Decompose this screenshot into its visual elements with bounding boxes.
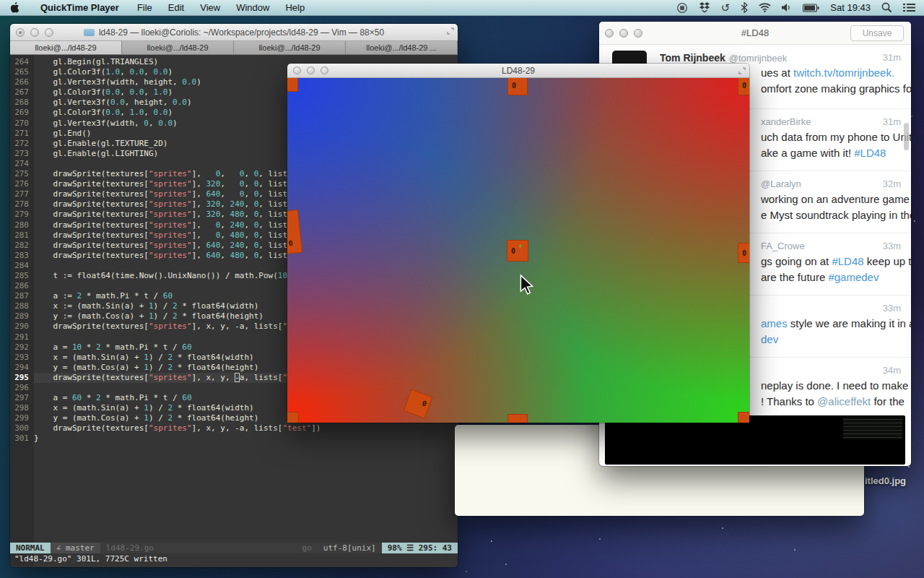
- battery-icon[interactable]: [803, 4, 819, 12]
- tweet-author-handle[interactable]: @tomrijnbeek: [729, 53, 787, 64]
- tweet-link[interactable]: ames: [761, 317, 788, 329]
- sprite-label: 0: [288, 239, 293, 248]
- line-number: 267: [10, 87, 34, 98]
- tweet-timestamp: 34m: [883, 365, 901, 376]
- line-number: 275: [10, 169, 34, 179]
- line-number: 268: [10, 98, 34, 108]
- vim-mode-indicator: NORMAL: [10, 543, 51, 553]
- tweet-media-image[interactable]: [605, 415, 905, 465]
- line-number: 264: [10, 57, 34, 67]
- volume-icon[interactable]: [782, 3, 792, 12]
- spotlight-icon[interactable]: [881, 2, 892, 13]
- resize-icon[interactable]: [738, 67, 746, 74]
- mention-link[interactable]: @aliceffekt: [817, 395, 871, 407]
- wifi-icon[interactable]: [759, 3, 771, 12]
- sprite-label: 0: [742, 82, 746, 90]
- close-button[interactable]: [293, 66, 301, 74]
- line-number: 283: [10, 251, 34, 261]
- tweet-link[interactable]: twitch.tv/tomrijnbeek.: [793, 66, 894, 79]
- sprite-cross-marker: +: [518, 243, 522, 250]
- game-sprite: [287, 78, 298, 92]
- twitter-window-title: #LD48: [741, 27, 769, 38]
- vim-message-line: "ld48-29.go" 301L, 7725C written: [10, 553, 458, 566]
- git-branch-label: ∠ master: [51, 543, 100, 553]
- statusline-encoding: utf-8[unix]: [318, 543, 382, 553]
- sprite-label: 0: [512, 82, 516, 90]
- zoom-button[interactable]: [634, 29, 642, 38]
- minimize-button[interactable]: [619, 29, 628, 38]
- menu-item[interactable]: Edit: [160, 0, 192, 16]
- tweet-author-handle[interactable]: FA_Crowe: [761, 241, 805, 251]
- line-number: 287: [10, 291, 34, 301]
- statusline-filename: ld48-29.go: [100, 543, 160, 553]
- game-canvas[interactable]: 0000+00: [287, 78, 749, 423]
- line-number: 297: [10, 393, 34, 403]
- tweet-author-handle[interactable]: @Laralyn: [761, 178, 801, 189]
- tweet-link[interactable]: #LD48: [832, 255, 863, 267]
- record-stop-icon[interactable]: [676, 2, 688, 14]
- twitter-titlebar[interactable]: #LD48 Unsave: [599, 22, 911, 45]
- menu-item[interactable]: File: [129, 0, 160, 16]
- bluetooth-icon[interactable]: [741, 2, 748, 13]
- line-number: 290: [10, 322, 34, 332]
- zoom-button[interactable]: [45, 28, 53, 37]
- tweet-image-code-overlay: [843, 418, 902, 439]
- terminal-titlebar[interactable]: ld48-29 — lloeki@Coriolis: ~/Workspace/p…: [10, 24, 458, 41]
- tweet-link[interactable]: #gamedev: [828, 271, 879, 283]
- terminal-tab[interactable]: lloeki@.../ld48-29 ...: [346, 41, 458, 54]
- line-number: 270: [10, 118, 34, 129]
- close-button[interactable]: [16, 28, 25, 37]
- desktop-file-label[interactable]: itled0.jpg: [865, 475, 906, 486]
- line-number: 289: [10, 311, 34, 322]
- game-window-title: LD48-29: [502, 66, 535, 76]
- line-number: 285: [10, 271, 34, 281]
- zoom-button[interactable]: [321, 66, 328, 74]
- twitter-window-controls: [605, 22, 642, 44]
- menu-bar-clock[interactable]: Sat 19:43: [830, 2, 871, 13]
- dropbox-icon[interactable]: [699, 2, 710, 13]
- line-number: 279: [10, 210, 34, 220]
- close-button[interactable]: [605, 29, 614, 38]
- notification-center-icon[interactable]: [903, 3, 915, 12]
- line-number: 277: [10, 189, 34, 199]
- terminal-tab[interactable]: lloeki@.../ld48-29: [234, 41, 346, 54]
- line-number: 281: [10, 230, 34, 241]
- scrollbar-thumb[interactable]: [904, 123, 909, 150]
- tweet-author-handle[interactable]: xanderBirke: [761, 116, 811, 127]
- minimize-button[interactable]: [307, 66, 315, 74]
- line-number: 266: [10, 77, 34, 87]
- menu-item[interactable]: Window: [228, 0, 277, 16]
- terminal-tab[interactable]: lloeki@.../ld48-29: [122, 41, 234, 54]
- game-sprite: 0: [403, 389, 432, 418]
- apple-menu-icon[interactable]: [10, 2, 19, 13]
- line-number: 280: [10, 220, 34, 230]
- line-number: 299: [10, 413, 34, 423]
- menu-bar: QuickTime Player FileEditViewWindowHelp …: [0, 0, 924, 16]
- terminal-tab-bar: lloeki@.../ld48-29lloeki@.../ld48-29lloe…: [10, 41, 458, 55]
- sprite-label: 0: [742, 249, 746, 257]
- fullscreen-icon[interactable]: [447, 27, 454, 35]
- tweet-timestamp: 33m: [883, 241, 901, 251]
- terminal-tab[interactable]: lloeki@.../ld48-29: [10, 41, 122, 54]
- game-titlebar[interactable]: LD48-29: [287, 64, 749, 78]
- vim-statusline: NORMAL ∠ master ld48-29.go go utf-8[unix…: [10, 543, 458, 553]
- game-sprite: 0+: [507, 240, 528, 262]
- minimize-button[interactable]: [30, 28, 39, 37]
- tweet-link[interactable]: #LD48: [854, 147, 886, 159]
- terminal-title: ld48-29 — lloeki@Coriolis: ~/Workspace/p…: [99, 27, 384, 38]
- app-menu-title[interactable]: QuickTime Player: [32, 0, 129, 16]
- tweet-link[interactable]: dev: [761, 333, 778, 345]
- line-number: 269: [10, 108, 34, 118]
- time-machine-icon[interactable]: ↺: [721, 1, 731, 14]
- menu-item[interactable]: Help: [277, 0, 313, 16]
- mouse-cursor: [520, 275, 533, 298]
- line-number: 295: [10, 373, 34, 383]
- menu-item[interactable]: View: [192, 0, 228, 16]
- tweet-author-name[interactable]: Tom Rijnbeek: [660, 52, 725, 64]
- unsave-button[interactable]: Unsave: [850, 25, 904, 41]
- line-number: 276: [10, 179, 34, 189]
- menu-items: FileEditViewWindowHelp: [129, 0, 313, 16]
- game-window: LD48-29 0000+00: [287, 64, 749, 423]
- line-number: 291: [10, 332, 34, 342]
- statusline-filetype: go: [297, 543, 318, 553]
